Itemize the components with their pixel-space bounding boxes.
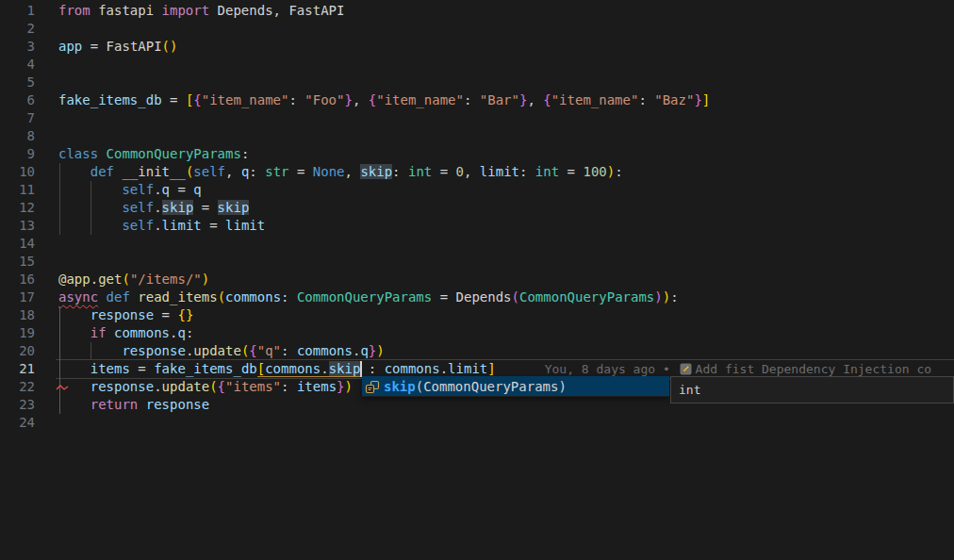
line-number[interactable]: 20: [0, 342, 35, 360]
line-number[interactable]: 23: [0, 396, 35, 414]
line-number[interactable]: 3: [0, 38, 35, 56]
field-icon: [365, 379, 380, 394]
code-line-11[interactable]: 11 self.q = q: [0, 181, 954, 199]
token: .: [154, 218, 161, 233]
code-line-16[interactable]: 16@app.get("/items/"): [0, 271, 954, 288]
suggest-item-skip[interactable]: skip (CommonQueryParams): [362, 376, 669, 396]
token: }: [369, 343, 376, 358]
token: commons: [225, 289, 281, 305]
token: {: [249, 343, 256, 358]
token: self: [122, 182, 154, 197]
code-line-3[interactable]: 3app = FastAPI(): [0, 38, 954, 56]
token: "items": [225, 379, 281, 394]
line-number[interactable]: 5: [0, 74, 35, 91]
code-line-12[interactable]: 12 self.skip = skip: [0, 199, 954, 217]
line-number[interactable]: 10: [0, 163, 35, 181]
line-number[interactable]: 24: [0, 414, 35, 432]
token: self: [122, 200, 154, 215]
code-area[interactable]: 1from fastapi import Depends, FastAPI23a…: [0, 2, 954, 432]
token: [58, 325, 90, 340]
token: =: [130, 361, 154, 376]
token: commons: [385, 361, 440, 376]
token: ,: [353, 92, 369, 107]
token: q: [360, 343, 368, 358]
token: ): [345, 379, 353, 394]
line-number[interactable]: 17: [0, 288, 35, 306]
line-number[interactable]: 14: [0, 235, 35, 253]
code-line-7[interactable]: 7: [0, 109, 954, 127]
pencil-commit-icon: [680, 363, 692, 375]
code-line-17[interactable]: 17async def read_items(commons: CommonQu…: [0, 288, 954, 306]
line-number[interactable]: 9: [0, 145, 35, 163]
token: response: [146, 397, 209, 412]
token: ): [607, 164, 615, 179]
code-line-1[interactable]: 1from fastapi import Depends, FastAPI: [0, 2, 954, 20]
code-line-5[interactable]: 5: [0, 74, 954, 91]
token: }: [694, 92, 701, 107]
token: [58, 361, 90, 376]
token: skip: [218, 200, 250, 215]
code-line-9[interactable]: 9class CommonQueryParams:: [0, 145, 954, 163]
code-line-18[interactable]: 18 response = {}: [0, 306, 954, 324]
token: ): [663, 289, 670, 305]
token: [98, 146, 106, 161]
line-number[interactable]: 4: [0, 56, 35, 74]
line-number[interactable]: 11: [0, 181, 35, 199]
token: commons: [297, 343, 353, 358]
line-number[interactable]: 2: [0, 20, 35, 38]
token: "Bar": [480, 92, 519, 107]
code-line-4[interactable]: 4: [0, 56, 954, 74]
code-editor[interactable]: 1from fastapi import Depends, FastAPI23a…: [0, 0, 954, 560]
line-number[interactable]: 6: [0, 91, 35, 109]
line-number[interactable]: 7: [0, 109, 35, 127]
line-number[interactable]: 8: [0, 127, 35, 145]
line-number[interactable]: 16: [0, 271, 35, 288]
token: fake_items_db: [154, 361, 257, 376]
token: (: [162, 39, 170, 54]
token: commons: [114, 325, 170, 340]
token: q: [162, 182, 170, 197]
code-line-14[interactable]: 14: [0, 235, 954, 253]
code-text: app = FastAPI(): [58, 38, 177, 56]
token: .: [321, 361, 328, 376]
token: fastapi: [90, 3, 162, 18]
token: (: [218, 289, 225, 305]
line-number[interactable]: 22: [0, 378, 35, 396]
token: from: [58, 3, 90, 18]
line-number[interactable]: 21: [0, 360, 35, 378]
line-number[interactable]: 19: [0, 324, 35, 342]
token: :: [249, 164, 265, 179]
token: 0: [456, 164, 464, 179]
token: {: [369, 92, 376, 107]
token: CommonQueryParams: [297, 289, 432, 305]
code-line-6[interactable]: 6fake_items_db = [{"item_name": "Foo"}, …: [0, 91, 954, 109]
code-line-10[interactable]: 10 def __init__(self, q: str = None, ski…: [0, 163, 954, 181]
code-line-15[interactable]: 15: [0, 253, 954, 271]
token: read_items: [138, 289, 217, 305]
red-squiggle: [56, 384, 69, 391]
suggest-widget[interactable]: skip (CommonQueryParams): [362, 376, 669, 397]
line-number[interactable]: 12: [0, 199, 35, 217]
git-blame-annotation[interactable]: You, 8 days ago • Add fist Dependency In…: [545, 362, 931, 376]
line-number[interactable]: 15: [0, 253, 35, 271]
code-line-19[interactable]: 19 if commons.q:: [0, 324, 954, 342]
line-number[interactable]: 13: [0, 217, 35, 235]
code-line-13[interactable]: 13 self.limit = limit: [0, 217, 954, 235]
suggest-detail: (CommonQueryParams): [416, 379, 567, 394]
code-line-24[interactable]: 24: [0, 414, 954, 432]
code-line-20[interactable]: 20 response.update({"q": commons.q}): [0, 342, 954, 360]
token: :: [360, 361, 384, 376]
line-number[interactable]: 1: [0, 2, 35, 20]
token: ,: [225, 164, 241, 179]
suggest-label: skip: [384, 379, 416, 394]
blame-message: Add fist Dependency Injection co: [696, 362, 931, 376]
code-text: response.update({"items": items}): [58, 378, 353, 396]
code-line-8[interactable]: 8: [0, 127, 954, 145]
token: 100: [583, 164, 606, 179]
line-number[interactable]: 18: [0, 306, 35, 324]
token: skip: [329, 361, 361, 376]
code-line-2[interactable]: 2: [0, 20, 954, 38]
token: self: [193, 164, 225, 179]
code-text: def __init__(self, q: str = None, skip: …: [58, 163, 623, 181]
token: [58, 164, 90, 179]
